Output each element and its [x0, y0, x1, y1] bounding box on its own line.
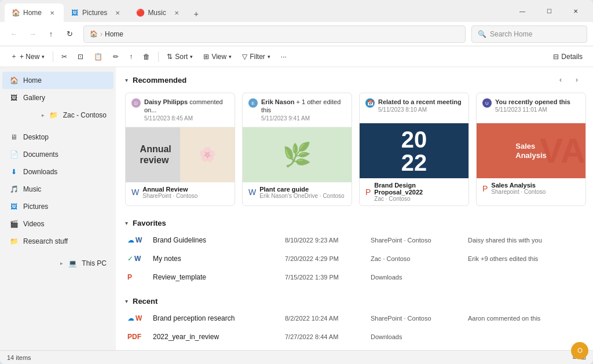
cut-button[interactable]: ✂ [57, 50, 72, 63]
filter-button[interactable]: ▽ Filter ▾ [237, 50, 275, 63]
sidebar-item-documents[interactable]: 📄 Documents 📌 [2, 146, 114, 163]
sidebar-item-this-pc[interactable]: ▸ 💻 This PC [2, 255, 114, 272]
close-button[interactable]: ✕ [563, 2, 588, 20]
filter-label: Filter [250, 53, 265, 61]
tab-pictures-close[interactable]: ✕ [113, 8, 122, 17]
card-annual-location: SharePoint · Contoso [142, 193, 197, 199]
review-template-location: Downloads [371, 274, 463, 281]
delete-icon: 🗑 [143, 53, 150, 61]
list-item[interactable]: ☁ W UR Project 7/25/2022 5:41 PM SharePo… [125, 346, 584, 350]
search-box[interactable]: 🔍 Search Home [471, 25, 587, 43]
recent-header: ▾ Recent [116, 291, 593, 309]
details-label: Details [561, 53, 583, 61]
brand-guidelines-date: 8/10/2022 9:23 AM [285, 237, 366, 244]
share-icon: ↑ [129, 53, 133, 61]
rename-button[interactable]: ✏ [108, 50, 123, 63]
tab-music-close[interactable]: ✕ [172, 8, 181, 17]
ppt-template-icon: P [127, 273, 132, 281]
more-button[interactable]: ··· [276, 50, 291, 63]
sidebar: 🏠 Home 🖼 Gallery ▸ 📁 Zac - Contoso 🖥 Des… [0, 67, 116, 350]
card-brand-who: Related to a recent meeting [378, 98, 462, 105]
recent-collapse-icon[interactable]: ▾ [125, 298, 128, 304]
sort-label: Sort [175, 53, 188, 61]
details-button[interactable]: ⊟ Details [548, 50, 587, 63]
documents-icon: 📄 [9, 150, 19, 159]
list-item[interactable]: PDF 2022_year_in_review 7/27/2022 8:44 A… [125, 328, 584, 346]
brand-perception-name: Brand perception research [153, 314, 280, 322]
daisy-avatar: D [131, 98, 141, 108]
tab-pictures[interactable]: 🖼 Pictures ✕ [64, 3, 129, 22]
up-button[interactable]: ↑ [43, 26, 59, 42]
tab-home-close[interactable]: ✕ [47, 8, 57, 17]
sidebar-item-zac-contoso[interactable]: ▸ 📁 Zac - Contoso [2, 106, 114, 124]
card-brand-thumb: 20 22 ⬡ [360, 123, 468, 178]
card-plant-thumb: 🌿 [243, 127, 352, 182]
recommended-collapse-icon[interactable]: ▾ [125, 77, 128, 83]
brand-guidelines-location: SharePoint · Contoso [371, 237, 463, 244]
card-plant-who: Erik Nason [261, 98, 294, 105]
view-chevron: ▾ [229, 54, 232, 60]
word-icon: W [131, 187, 139, 197]
sidebar-item-downloads[interactable]: ⬇ Downloads 📌 [2, 163, 114, 181]
tabs-container: 🏠 Home ✕ 🖼 Pictures ✕ 🔴 Music ✕ + [5, 0, 510, 22]
maximize-button[interactable]: ☐ [536, 2, 562, 20]
minimize-button[interactable]: — [510, 2, 535, 20]
brand-guidelines-icons: ☁ W [127, 236, 148, 244]
sidebar-item-home[interactable]: 🏠 Home [2, 72, 114, 89]
tab-music[interactable]: 🔴 Music ✕ [129, 3, 188, 22]
sidebar-item-research[interactable]: 📁 Research stuff 📌 [2, 233, 114, 250]
separator-2 [158, 52, 159, 62]
card-brand-name: Brand Design Proposal_v2022 [374, 182, 463, 196]
recommended-nav: ‹ › [554, 73, 584, 87]
card-plant-header: E Erik Nason + 1 other edited this 5/11/… [243, 93, 352, 127]
sidebar-gap-1 [0, 124, 116, 128]
breadcrumb[interactable]: 🏠 › Home [83, 25, 466, 43]
new-button[interactable]: ＋ + New ▾ [6, 49, 49, 64]
view-button[interactable]: ⊞ View ▾ [199, 50, 236, 63]
share-button[interactable]: ↑ [125, 50, 137, 63]
list-item[interactable]: ✓ W My notes 7/20/2022 4:29 PM Zac · Con… [125, 249, 584, 268]
separator-1 [53, 52, 53, 62]
sidebar-pictures-label: Pictures [23, 203, 48, 211]
card-sales-when: 5/11/2023 11:01 AM [495, 106, 570, 113]
card-sales-thumb: Sales Analysis VA [477, 123, 585, 178]
card-sales-analysis[interactable]: U You recently opened this 5/11/2023 11:… [476, 93, 586, 206]
card-annual-review[interactable]: D Daisy Philipps commented on... 5/11/20… [125, 93, 235, 206]
videos-icon: 🎬 [9, 219, 19, 229]
sidebar-item-music[interactable]: 🎵 Music 📌 [2, 181, 114, 198]
recommended-next-button[interactable]: › [570, 73, 584, 87]
sort-button[interactable]: ⇅ Sort ▾ [162, 50, 197, 63]
back-button[interactable]: ← [6, 26, 22, 42]
sidebar-item-pictures[interactable]: 🖼 Pictures 📌 [2, 198, 114, 215]
filter-chevron: ▾ [268, 54, 270, 60]
add-tab-button[interactable]: + [188, 6, 204, 22]
refresh-button[interactable]: ↻ [61, 26, 78, 42]
word-notes-icon: W [134, 255, 141, 263]
sidebar-item-videos[interactable]: 🎬 Videos 📌 [2, 215, 114, 233]
forward-button[interactable]: → [24, 26, 41, 42]
list-item[interactable]: P Review_template 7/15/2022 1:39 PM Down… [125, 268, 584, 286]
delete-button[interactable]: 🗑 [138, 50, 155, 63]
copy-button[interactable]: ⊡ [73, 50, 88, 63]
search-icon: 🔍 [478, 30, 486, 38]
favorites-collapse-icon[interactable]: ▾ [125, 220, 128, 226]
card-plant-care[interactable]: E Erik Nason + 1 other edited this 5/11/… [242, 93, 352, 206]
list-item[interactable]: ☁ W Brand Guidelines 8/10/2022 9:23 AM S… [125, 231, 584, 249]
card-sales-location: Sharepoint · Contoso [491, 189, 546, 195]
recommended-prev-button[interactable]: ‹ [554, 73, 568, 87]
sidebar-item-desktop[interactable]: 🖥 Desktop 📌 [2, 128, 114, 146]
new-chevron-icon: ▾ [42, 54, 45, 60]
sidebar-item-gallery[interactable]: 🖼 Gallery [2, 89, 114, 106]
card-brand-proposal[interactable]: 📅 Related to a recent meeting 5/11/2023 … [359, 93, 469, 206]
window-controls: — ☐ ✕ [510, 2, 588, 20]
tab-home[interactable]: 🏠 Home ✕ [5, 3, 64, 22]
paste-button[interactable]: 📋 [89, 50, 107, 63]
music-tab-icon: 🔴 [136, 9, 144, 17]
favorites-header: ▾ Favorites [116, 213, 593, 231]
copy-icon: ⊡ [78, 53, 83, 61]
sort-chevron: ▾ [190, 54, 193, 60]
brand-perception-icons: ☁ W [127, 314, 148, 322]
brand-perception-activity: Aaron commented on this [468, 315, 581, 322]
list-item[interactable]: ☁ W Brand perception research 8/2/2022 1… [125, 309, 584, 328]
meeting-icon-avatar: 📅 [365, 98, 375, 108]
